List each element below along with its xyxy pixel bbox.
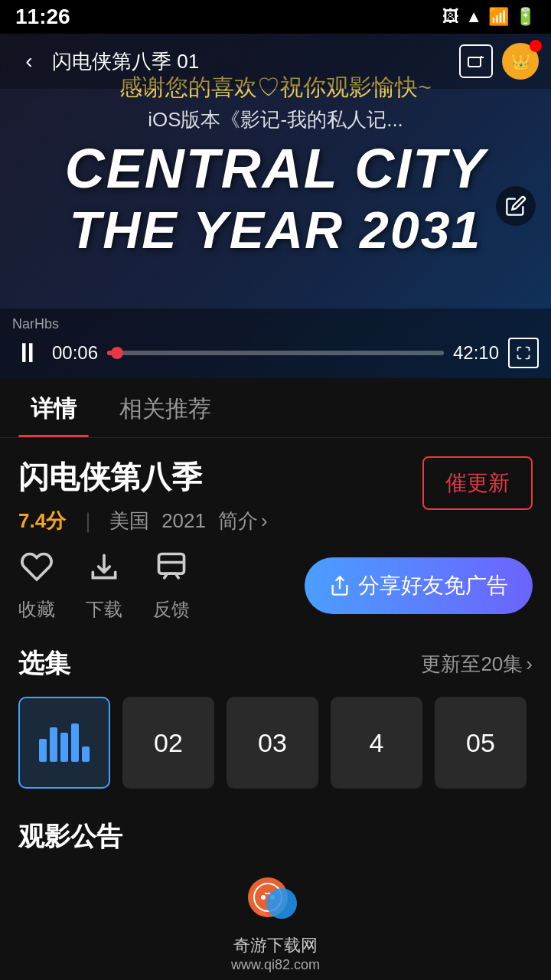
tab-details[interactable]: 详情: [18, 378, 89, 437]
header-actions: 👑: [459, 43, 539, 80]
episodes-update[interactable]: 更新至20集 ›: [421, 651, 533, 678]
status-bar: 11:26 🖼 ▲ 📶 🔋: [0, 0, 551, 34]
content-area: 闪电侠第八季 7.4分 ｜ 美国 2021 简介 › 催更新 收藏: [0, 438, 551, 980]
show-country: 美国: [109, 508, 149, 534]
episode-item-05[interactable]: 05: [435, 697, 527, 789]
download-label: 下载: [86, 597, 122, 622]
image-icon: 🖼: [442, 7, 459, 27]
battery-icon: 🔋: [515, 7, 536, 27]
tab-related[interactable]: 相关推荐: [107, 378, 223, 437]
video-header: ‹ 闪电侠第八季 01 👑: [0, 34, 551, 89]
svg-rect-0: [468, 57, 481, 67]
total-time: 42:10: [453, 342, 499, 364]
watermark-logo-svg: [230, 870, 321, 931]
collect-label: 收藏: [18, 597, 55, 622]
video-controls: NarHbs ⏸ 00:06 42:10: [0, 309, 551, 378]
svg-point-10: [266, 888, 297, 919]
city-name: CENTRAL CITY: [15, 139, 536, 199]
announcement-title: 观影公告: [18, 819, 533, 854]
action-row: 收藏 下载 反馈: [18, 550, 533, 622]
back-button[interactable]: ‹: [12, 44, 46, 78]
video-player: ‹ 闪电侠第八季 01 👑 感谢您的喜欢♡祝你观影愉快~ iOS版本《影记-我的…: [0, 34, 551, 378]
bar-2: [50, 727, 57, 762]
wifi-icon: ▲: [465, 7, 482, 27]
show-info-left: 闪电侠第八季 7.4分 ｜ 美国 2021 简介 ›: [18, 456, 268, 534]
signal-icon: 📶: [488, 7, 509, 27]
play-pause-icon: ⏸: [14, 337, 41, 368]
bar-5: [82, 746, 90, 762]
show-title: 闪电侠第八季: [18, 456, 268, 498]
watermark-text: NarHbs: [12, 316, 539, 332]
show-year: 2021: [161, 509, 206, 533]
current-time: 00:06: [52, 342, 98, 364]
bar-4: [71, 724, 79, 762]
episode-item-04[interactable]: 4: [331, 697, 422, 789]
download-button[interactable]: 下载: [86, 550, 122, 622]
show-meta: 7.4分 ｜ 美国 2021 简介 ›: [18, 508, 268, 534]
tabs: 详情 相关推荐: [0, 378, 551, 438]
play-pause-button[interactable]: ⏸: [12, 337, 43, 369]
episode-item-03[interactable]: 03: [227, 697, 318, 789]
feedback-icon: [155, 550, 188, 591]
status-time: 11:26: [15, 5, 70, 29]
edit-button[interactable]: [496, 186, 536, 226]
show-info-row: 闪电侠第八季 7.4分 ｜ 美国 2021 简介 › 催更新: [18, 456, 533, 534]
bar-3: [60, 733, 68, 762]
site-name: 奇游下载网: [233, 934, 318, 957]
show-rating: 7.4分: [18, 508, 66, 534]
episode-item-02[interactable]: 02: [122, 697, 214, 789]
progress-thumb: [111, 347, 123, 359]
watermark-logo-area: 奇游下载网 www.qi82.com: [18, 870, 533, 980]
status-icons: 🖼 ▲ 📶 🔋: [442, 7, 536, 27]
episode-item-01[interactable]: [18, 697, 110, 789]
fullscreen-button[interactable]: [508, 338, 539, 368]
vip-badge: [530, 40, 542, 52]
back-icon: ‹: [25, 49, 32, 74]
update-button[interactable]: 催更新: [422, 456, 533, 510]
episodes-list: 02 03 4 05 06: [18, 697, 533, 795]
collect-button[interactable]: 收藏: [18, 550, 55, 622]
vip-label: 👑: [511, 52, 530, 70]
svg-point-7: [261, 895, 266, 900]
year-text: THE YEAR 2031: [15, 199, 536, 262]
intro-link[interactable]: 简介 ›: [218, 508, 268, 534]
subtitle-ios: iOS版本《影记-我的私人记...: [23, 106, 528, 133]
cast-button[interactable]: [459, 44, 493, 78]
episodes-header: 选集 更新至20集 ›: [18, 646, 533, 681]
announcement-section: 观影公告: [18, 819, 533, 854]
episodes-title: 选集: [18, 646, 70, 681]
video-center-text: CENTRAL CITY THE YEAR 2031: [0, 139, 551, 262]
feedback-label: 反馈: [153, 597, 190, 622]
feedback-button[interactable]: 反馈: [153, 550, 190, 622]
bar-1: [39, 739, 47, 762]
svg-rect-2: [159, 554, 184, 574]
share-label: 分享好友免广告: [358, 571, 508, 600]
site-url: www.qi82.com: [231, 957, 320, 973]
episode-bars: [39, 724, 90, 762]
vip-button[interactable]: 👑: [502, 43, 539, 80]
video-title: 闪电侠第八季 01: [52, 48, 459, 75]
progress-bar[interactable]: [107, 351, 444, 355]
share-button[interactable]: 分享好友免广告: [305, 557, 533, 614]
controls-row: ⏸ 00:06 42:10: [12, 337, 539, 369]
download-icon: [87, 550, 121, 591]
heart-icon: [20, 550, 54, 591]
